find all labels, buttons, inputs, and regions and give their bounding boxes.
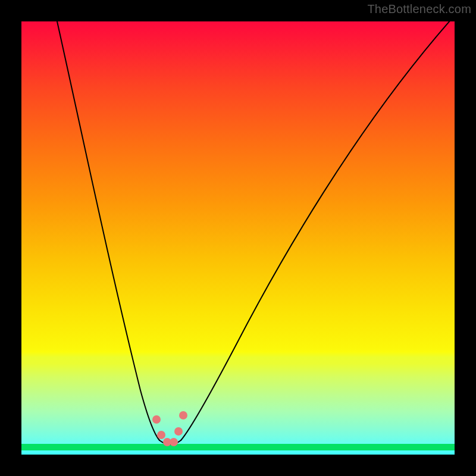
- plot-area: [21, 21, 455, 455]
- valley-dot: [174, 427, 183, 436]
- valley-dots-group: [152, 411, 187, 446]
- curve-right-branch: [181, 21, 455, 440]
- watermark-text: TheBottleneck.com: [367, 2, 471, 16]
- curve-left-branch: [57, 21, 159, 440]
- valley-dot: [179, 411, 187, 419]
- bottleneck-curve: [21, 21, 455, 455]
- chart-frame: TheBottleneck.com: [0, 0, 476, 476]
- valley-dot: [157, 431, 165, 439]
- valley-dot: [170, 438, 178, 446]
- valley-dot: [152, 415, 161, 424]
